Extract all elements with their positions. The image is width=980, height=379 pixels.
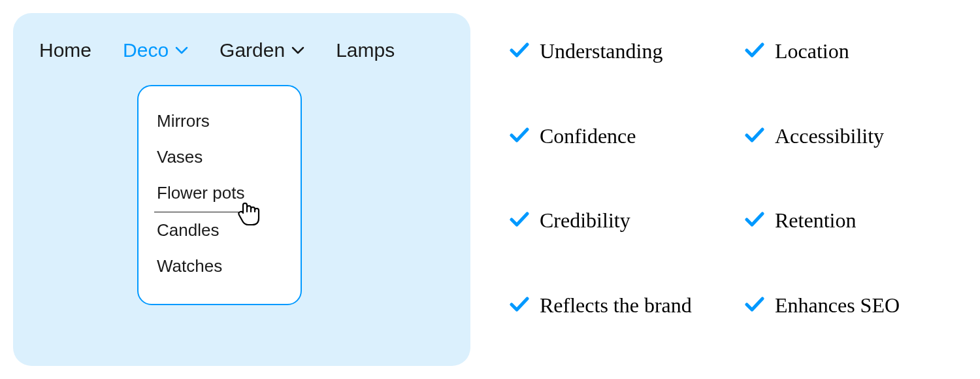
check-icon: [510, 42, 529, 61]
benefit-item: Enhances SEO: [745, 293, 954, 354]
nav-item-home[interactable]: Home: [39, 39, 91, 61]
benefit-label: Credibility: [540, 208, 630, 233]
chevron-down-icon: [291, 46, 304, 55]
benefit-item: Accessibility: [745, 124, 954, 184]
benefit-label: Accessibility: [775, 124, 884, 148]
benefit-label: Confidence: [540, 124, 636, 148]
dropdown-item-label: Flower pots: [157, 183, 244, 203]
benefit-item: Credibility: [510, 208, 719, 269]
dropdown-menu-deco: Mirrors Vases Flower pots Candles: [137, 85, 302, 305]
nav-item-lamps[interactable]: Lamps: [336, 39, 395, 61]
dropdown-item-label: Mirrors: [157, 111, 210, 131]
nav-label: Deco: [123, 39, 169, 61]
benefit-item: Location: [745, 39, 954, 99]
benefits-list: Understanding Location Confidence Access…: [510, 13, 967, 366]
check-icon: [510, 211, 529, 231]
dropdown-item[interactable]: Vases: [154, 139, 285, 175]
nav-label: Home: [39, 39, 91, 61]
dropdown-item-label: Vases: [157, 147, 203, 167]
check-icon: [745, 211, 764, 231]
check-icon: [745, 42, 764, 61]
nav-label: Garden: [220, 39, 285, 61]
benefit-item: Confidence: [510, 124, 719, 184]
chevron-down-icon: [175, 46, 188, 55]
benefit-label: Reflects the brand: [540, 293, 692, 318]
benefit-item: Understanding: [510, 39, 719, 99]
navigation-demo-panel: Home Deco Garden Lamps Mirrors: [13, 13, 470, 366]
nav-label: Lamps: [336, 39, 395, 61]
benefit-item: Reflects the brand: [510, 293, 719, 354]
nav-item-deco[interactable]: Deco: [123, 39, 188, 61]
dropdown-item-label: Candles: [157, 220, 219, 240]
check-icon: [745, 296, 764, 316]
dropdown-item[interactable]: Watches: [154, 248, 285, 284]
benefit-label: Understanding: [540, 39, 662, 63]
benefit-label: Enhances SEO: [775, 293, 900, 318]
check-icon: [510, 296, 529, 316]
check-icon: [510, 127, 529, 146]
dropdown-item-label: Watches: [157, 256, 222, 276]
benefit-label: Location: [775, 39, 849, 63]
dropdown-item[interactable]: Candles: [154, 212, 285, 248]
dropdown-item[interactable]: Flower pots: [154, 175, 247, 212]
nav-bar: Home Deco Garden Lamps: [39, 39, 444, 61]
nav-item-garden[interactable]: Garden: [220, 39, 304, 61]
benefit-label: Retention: [775, 208, 856, 233]
dropdown-item[interactable]: Mirrors: [154, 103, 285, 139]
benefit-item: Retention: [745, 208, 954, 269]
check-icon: [745, 127, 764, 146]
